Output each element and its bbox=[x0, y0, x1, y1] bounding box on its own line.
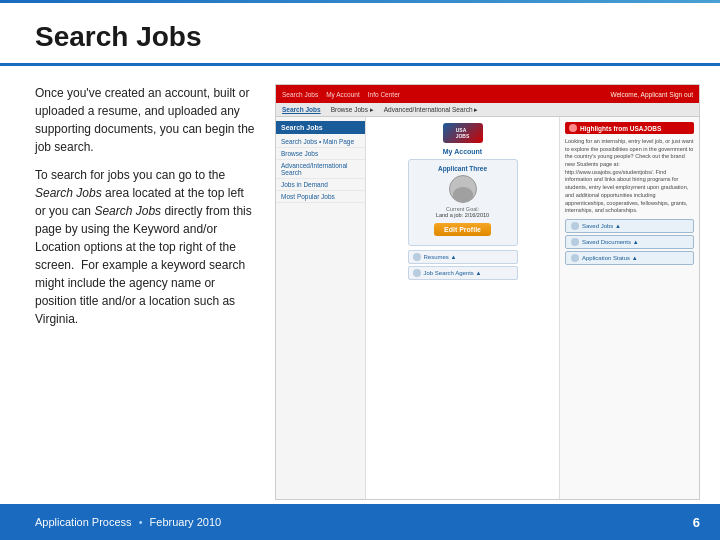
sim-right-panel: Highlights from USAJOBS Looking for an i… bbox=[559, 117, 699, 499]
sim-app-status-icon bbox=[571, 254, 579, 262]
sim-section-links: Resumes ▲ Job Search Agents ▲ bbox=[408, 250, 518, 282]
sim-edit-profile-button[interactable]: Edit Profile bbox=[434, 223, 491, 236]
sim-saved-docs-btn[interactable]: Saved Documents ▲ bbox=[565, 235, 694, 249]
sim-body: Search Jobs Search Jobs • Main Page Brow… bbox=[276, 117, 699, 499]
sim-account-box: Applicant Three Current Goal: Land a job… bbox=[408, 159, 518, 246]
sim-subnav-search[interactable]: Search Jobs bbox=[282, 106, 321, 113]
page-title: Search Jobs bbox=[35, 21, 685, 53]
sim-resumes-link[interactable]: Resumes ▲ bbox=[408, 250, 518, 264]
sim-subnav: Search Jobs Browse Jobs ▸ Advanced/Inter… bbox=[276, 103, 699, 117]
sim-sidebar: Search Jobs Search Jobs • Main Page Brow… bbox=[276, 117, 366, 499]
sim-sidebar-advanced[interactable]: Advanced/International Search bbox=[276, 160, 365, 179]
screenshot-panel: Search Jobs My Account Info Center Welco… bbox=[275, 84, 700, 500]
footer-date: February 2010 bbox=[150, 516, 222, 528]
sim-app-status-btn[interactable]: Application Status ▲ bbox=[565, 251, 694, 265]
sim-sidebar-title: Search Jobs bbox=[276, 121, 365, 134]
sim-saved-jobs-icon bbox=[571, 222, 579, 230]
sim-topnav: Search Jobs My Account Info Center Welco… bbox=[276, 85, 699, 103]
sim-sidebar-demand[interactable]: Jobs in Demand bbox=[276, 179, 365, 191]
sim-myaccount-title: My Account bbox=[443, 148, 482, 155]
footer-text: Application Process • February 2010 bbox=[35, 516, 221, 528]
sim-logo: USAJOBS bbox=[443, 123, 483, 143]
sim-subnav-browse[interactable]: Browse Jobs ▸ bbox=[331, 106, 374, 114]
sim-saved-jobs-btn[interactable]: Saved Jobs ▲ bbox=[565, 219, 694, 233]
sim-job-agents-link[interactable]: Job Search Agents ▲ bbox=[408, 266, 518, 280]
sim-sidebar-popular[interactable]: Most Popular Jobs bbox=[276, 191, 365, 203]
sim-subnav-advanced[interactable]: Advanced/International Search ▸ bbox=[384, 106, 479, 114]
sim-nav-search[interactable]: Search Jobs bbox=[282, 91, 318, 98]
main-content: Once you've created an account, built or… bbox=[0, 66, 720, 500]
sim-avatar bbox=[449, 175, 477, 203]
sim-nav-account[interactable]: My Account bbox=[326, 91, 360, 98]
sim-applicant-title: Applicant Three bbox=[414, 165, 512, 172]
sim-sidebar-browse[interactable]: Browse Jobs bbox=[276, 148, 365, 160]
text-column: Once you've created an account, built or… bbox=[35, 84, 255, 500]
usajobs-screenshot: Search Jobs My Account Info Center Welco… bbox=[276, 85, 699, 499]
footer-page-number: 6 bbox=[693, 515, 700, 530]
sim-highlights-icon bbox=[569, 124, 577, 132]
sim-avatar-body bbox=[453, 187, 473, 202]
sim-agents-icon bbox=[413, 269, 421, 277]
paragraph-1: Once you've created an account, built or… bbox=[35, 84, 255, 156]
sim-topnav-links: Search Jobs My Account Info Center bbox=[282, 91, 400, 98]
footer-label: Application Process bbox=[35, 516, 132, 528]
sim-resumes-icon bbox=[413, 253, 421, 261]
sim-goal-value: Land a job: 2/16/2010 bbox=[414, 212, 512, 218]
paragraph-2: To search for jobs you can go to the Sea… bbox=[35, 166, 255, 328]
sim-sidebar-main-page[interactable]: Search Jobs • Main Page bbox=[276, 136, 365, 148]
sim-highlights-title: Highlights from USAJOBS bbox=[565, 122, 694, 134]
sim-welcome-text: Welcome, Applicant Sign out bbox=[610, 91, 693, 98]
sim-saved-docs-icon bbox=[571, 238, 579, 246]
sim-highlights-text: Looking for an internship, entry level j… bbox=[565, 138, 694, 215]
page-header: Search Jobs bbox=[0, 3, 720, 66]
sim-nav-info[interactable]: Info Center bbox=[368, 91, 400, 98]
sim-center-panel: USAJOBS My Account Applicant Three Curre… bbox=[366, 117, 559, 499]
page-footer: Application Process • February 2010 6 bbox=[0, 504, 720, 540]
footer-separator: • bbox=[139, 516, 143, 528]
